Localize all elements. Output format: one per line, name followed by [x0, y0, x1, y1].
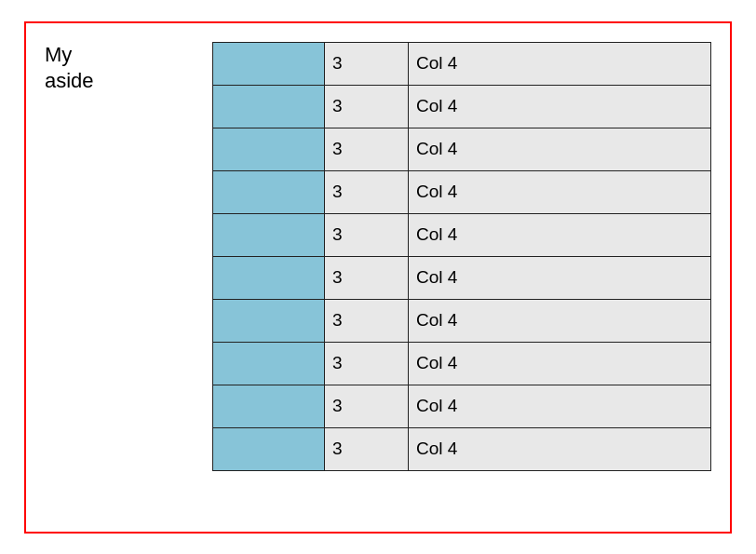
data-table: 3Col 43Col 43Col 43Col 43Col 43Col 43Col… [212, 42, 711, 471]
table-row: 3Col 4 [213, 85, 711, 128]
table-row: 3Col 4 [213, 170, 711, 213]
table-row: 3Col 4 [213, 342, 711, 385]
col1-cell [213, 427, 325, 470]
col2-cell: 3 [325, 42, 409, 85]
col2-cell: 3 [325, 299, 409, 342]
col2-cell: 3 [325, 342, 409, 385]
col1-cell [213, 128, 325, 170]
col1-cell [213, 256, 325, 299]
col3-cell: Col 4 [409, 170, 711, 213]
col2-cell: 3 [325, 85, 409, 128]
col3-cell: Col 4 [409, 299, 711, 342]
col3-cell: Col 4 [409, 385, 711, 427]
outer-container: My aside 3Col 43Col 43Col 43Col 43Col 43… [24, 21, 732, 534]
col1-cell [213, 385, 325, 427]
col1-cell [213, 170, 325, 213]
col3-cell: Col 4 [409, 213, 711, 256]
col1-cell [213, 213, 325, 256]
col1-cell [213, 299, 325, 342]
table-row: 3Col 4 [213, 385, 711, 427]
col3-cell: Col 4 [409, 256, 711, 299]
col3-cell: Col 4 [409, 128, 711, 170]
table-row: 3Col 4 [213, 256, 711, 299]
col2-cell: 3 [325, 213, 409, 256]
col3-cell: Col 4 [409, 427, 711, 470]
col2-cell: 3 [325, 170, 409, 213]
col1-cell [213, 42, 325, 85]
col3-cell: Col 4 [409, 42, 711, 85]
col2-cell: 3 [325, 128, 409, 170]
col2-cell: 3 [325, 256, 409, 299]
col2-cell: 3 [325, 427, 409, 470]
col3-cell: Col 4 [409, 85, 711, 128]
col2-cell: 3 [325, 385, 409, 427]
table-row: 3Col 4 [213, 42, 711, 85]
table-row: 3Col 4 [213, 299, 711, 342]
table-row: 3Col 4 [213, 427, 711, 470]
col1-cell [213, 85, 325, 128]
table-row: 3Col 4 [213, 128, 711, 170]
table-row: 3Col 4 [213, 213, 711, 256]
col3-cell: Col 4 [409, 342, 711, 385]
aside-label: My aside [45, 42, 194, 95]
col1-cell [213, 342, 325, 385]
table-wrapper: 3Col 43Col 43Col 43Col 43Col 43Col 43Col… [212, 42, 711, 471]
